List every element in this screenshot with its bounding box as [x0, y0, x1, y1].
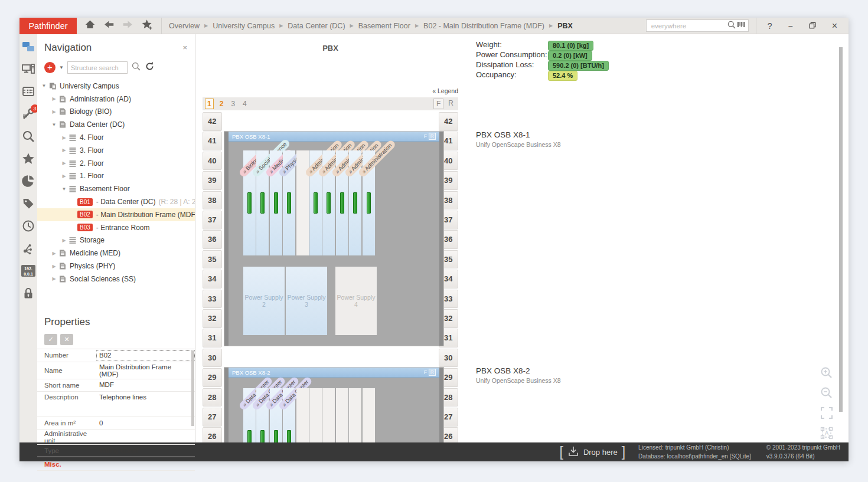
property-value[interactable]: MDF [96, 380, 195, 390]
property-value[interactable]: B02 [96, 350, 195, 360]
ip-address-icon[interactable]: 192.0.0.1 [21, 264, 35, 278]
tree-item[interactable]: ▶4. Floor [37, 131, 195, 144]
rack-rear-button[interactable]: R [429, 133, 436, 140]
topology-icon[interactable] [21, 241, 35, 255]
property-value[interactable]: Telephone lines [96, 392, 195, 402]
expander-closed-icon[interactable]: ▶ [51, 109, 57, 114]
tree-item[interactable]: ▶Storage [37, 234, 195, 247]
add-node-button[interactable]: + [44, 62, 56, 73]
breadcrumb-item[interactable]: B02 - Main Distribution Frame (MDF) [423, 22, 544, 30]
app-logo[interactable]: Pathfinder [19, 18, 77, 34]
fit-labels-icon[interactable]: A [820, 427, 833, 442]
legend-toggle[interactable]: « Legend [203, 87, 458, 94]
breadcrumb-item[interactable]: Basement Floor [358, 22, 410, 30]
rack-header[interactable]: PBX OSB X8-1FR [229, 132, 439, 142]
properties-scrollbar[interactable] [191, 350, 194, 426]
search-icon[interactable] [21, 129, 35, 143]
close-icon[interactable]: × [182, 43, 187, 52]
tree-item[interactable]: ▶2. Floor [37, 157, 195, 170]
expander-closed-icon[interactable]: ▶ [51, 264, 57, 269]
power-supply-module[interactable]: Power Supply 4 [335, 267, 377, 335]
discard-button[interactable]: ✕ [60, 334, 73, 345]
property-value[interactable]: Main Distribution Frame (MDF) [96, 362, 195, 379]
global-search[interactable] [646, 19, 749, 32]
tree-item[interactable]: ▶Administration (AD) [37, 93, 195, 106]
expander-closed-icon[interactable]: ▶ [51, 251, 57, 256]
rear-view-button[interactable]: R [446, 99, 456, 109]
close-button[interactable]: × [832, 21, 837, 31]
global-search-input[interactable] [651, 22, 727, 29]
tree-item[interactable]: B03- Entrance Room [37, 221, 195, 234]
tree-item[interactable]: ▶1. Floor [37, 170, 195, 183]
rack-front-button[interactable]: F [424, 369, 427, 375]
tree-item[interactable]: B01- Data Center (DC)(R: 28 | A: 2145 | [37, 195, 195, 208]
tree-item[interactable]: ▼Data Center (DC) [37, 118, 195, 131]
minimize-button[interactable]: − [788, 21, 792, 31]
page-tab-1[interactable]: 1 [205, 99, 214, 109]
page-tab-2[interactable]: 2 [218, 99, 226, 109]
workstation-icon[interactable] [21, 62, 35, 76]
expander-closed-icon[interactable]: ▶ [61, 160, 67, 166]
forward-icon[interactable] [122, 19, 133, 32]
power-supply-module[interactable]: Power Supply 3 [286, 267, 327, 335]
home-icon[interactable] [84, 19, 96, 32]
lock-icon[interactable] [21, 286, 35, 300]
rack-slot-empty[interactable] [336, 388, 348, 442]
breadcrumb-item[interactable]: Data Center (DC) [288, 22, 345, 30]
front-view-button[interactable]: F [433, 99, 443, 109]
rack-slot-empty[interactable] [309, 388, 322, 442]
structure-search-input[interactable] [67, 61, 128, 74]
tree-item[interactable]: ▶Social Sciences (SS) [37, 273, 195, 286]
expander-closed-icon[interactable]: ▶ [61, 147, 67, 153]
power-supply-module[interactable]: Power Supply 2 [243, 267, 285, 335]
rack-front-button[interactable]: F [424, 133, 427, 139]
history-clock-icon[interactable] [21, 219, 35, 233]
expander-open-icon[interactable]: ▼ [61, 186, 67, 192]
tree-item[interactable]: B02- Main Distribution Frame (MDF)(R: [37, 208, 195, 221]
restore-button[interactable] [809, 21, 816, 31]
tree-item[interactable]: ▶Medicine (MED) [37, 247, 195, 260]
chevron-down-icon[interactable]: ▼ [59, 65, 64, 70]
fit-view-icon[interactable] [820, 406, 833, 422]
property-value[interactable]: 0 [96, 418, 195, 428]
rack-slot-empty[interactable] [296, 388, 309, 442]
tag-icon[interactable] [21, 196, 35, 211]
tree-item[interactable]: ▼Basement Floor [37, 182, 195, 195]
page-tab-3[interactable]: 3 [229, 99, 237, 109]
property-value[interactable] [96, 432, 195, 442]
zoom-out-icon[interactable] [820, 386, 833, 402]
back-icon[interactable] [103, 19, 115, 32]
room-plan-icon[interactable] [21, 84, 35, 99]
barcode-icon[interactable] [736, 20, 745, 31]
page-tab-4[interactable]: 4 [241, 99, 249, 109]
apply-button[interactable]: ✓ [44, 334, 57, 345]
search-icon[interactable] [727, 20, 736, 32]
expander-closed-icon[interactable]: ▶ [51, 96, 57, 101]
expander-closed-icon[interactable]: ▶ [61, 238, 67, 243]
expander-open-icon[interactable]: ▼ [51, 122, 57, 127]
breadcrumb-item[interactable]: PBX [557, 22, 573, 30]
zoom-in-icon[interactable] [820, 366, 833, 382]
refresh-icon[interactable] [145, 61, 155, 74]
add-favorite-icon[interactable] [141, 19, 154, 32]
rack-slot-empty[interactable] [322, 388, 335, 442]
drop-here-zone[interactable]: [ Drop here ] [560, 445, 626, 459]
rack-header[interactable]: PBX OSB X8-2FR [229, 368, 439, 378]
tree-item[interactable]: ▼University Campus [37, 80, 195, 93]
structure-search-icon[interactable] [131, 61, 141, 74]
breadcrumb-item[interactable]: University Campus [213, 22, 275, 30]
favorites-star-icon[interactable] [21, 152, 35, 166]
tools-icon[interactable]: 3 [21, 107, 35, 121]
expander-closed-icon[interactable]: ▶ [61, 135, 67, 140]
breadcrumb-item[interactable]: Overview [169, 22, 200, 30]
rack-slot-empty[interactable] [363, 388, 375, 442]
tree-item[interactable]: ▶Biology (BIO) [37, 106, 195, 119]
tree-item[interactable]: ▶Physics (PHY) [37, 260, 195, 273]
vertical-scrollbar[interactable] [839, 47, 843, 412]
expander-open-icon[interactable]: ▼ [41, 83, 47, 88]
pie-chart-icon[interactable] [21, 174, 35, 188]
navigation-tree-icon[interactable] [21, 40, 35, 54]
help-button[interactable]: ? [768, 21, 772, 31]
rack-rear-button[interactable]: R [429, 369, 436, 376]
expander-closed-icon[interactable]: ▶ [61, 173, 67, 179]
